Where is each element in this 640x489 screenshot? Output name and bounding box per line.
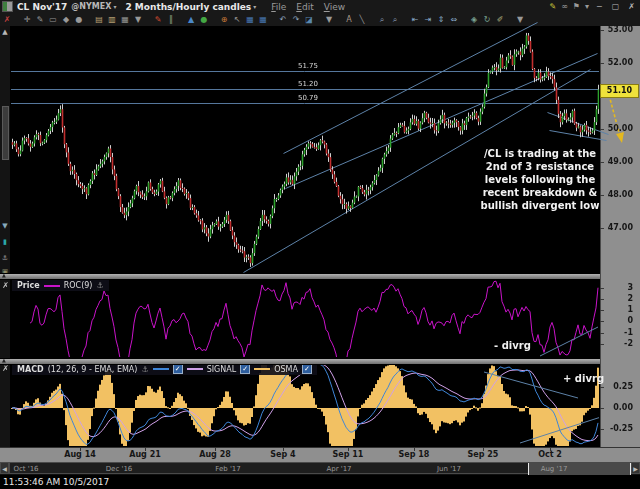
date-label: Sep 25 xyxy=(459,450,507,459)
price-axis-tick xyxy=(600,63,604,64)
roc-axis-tick xyxy=(600,310,604,311)
roc-axis-label: 2 xyxy=(601,294,633,303)
price-axis-label: 47.00 xyxy=(601,223,633,232)
date-label: Aug 21 xyxy=(121,450,169,459)
date-tick xyxy=(283,448,284,451)
macd-axis-tick xyxy=(600,429,604,430)
date-tick xyxy=(215,448,216,451)
level-label: 50.79 xyxy=(270,94,318,102)
range-scrollbar-row: ◀ Oct '16Dec '16Feb '17Apr '17Jun '17Aug… xyxy=(0,462,640,475)
roc-axis-label: 1 xyxy=(601,305,633,314)
signal-line-sample xyxy=(187,368,203,370)
price-axis-tick xyxy=(600,30,604,31)
roc-axis-label: -1 xyxy=(601,328,633,337)
macd-params-label: (12, 26, 9 - EMA, EMA) xyxy=(48,365,138,374)
roc-line-sample xyxy=(44,285,60,287)
macd-axis-tick xyxy=(600,387,604,388)
roc-axis-tick xyxy=(600,299,604,300)
chart-annotation: /CL is trading at the2nd of 3 resistance… xyxy=(477,147,603,212)
macd-anchor-icon[interactable]: ⚓ xyxy=(141,365,148,374)
price-axis-label: 50.00 xyxy=(601,124,633,133)
date-label: Sep 18 xyxy=(390,450,438,459)
roc-close-button[interactable]: ✗ xyxy=(1,281,10,290)
date-label: Sep 11 xyxy=(324,450,372,459)
annotation-line: /CL is trading at the xyxy=(477,147,603,160)
status-timestamp: 11:53:46 AM 10/5/2017 xyxy=(3,477,109,487)
price-axis-label: 53.00 xyxy=(601,25,633,34)
roc-panel-header: Price ROC(9) ⚓ xyxy=(12,280,109,291)
roc-axis-label: -2 xyxy=(601,339,633,348)
roc-anchor-icon[interactable]: ⚓ xyxy=(97,281,104,290)
roc-axis-label: 3 xyxy=(601,283,633,292)
macd-axis-label: 0.00 xyxy=(601,403,633,412)
osma-checkbox[interactable]: ✓ xyxy=(302,364,312,374)
price-axis-label: 49.00 xyxy=(601,157,633,166)
date-label: Oct 2 xyxy=(526,450,574,459)
price-axis-tick xyxy=(600,228,604,229)
macd-axis-tick xyxy=(600,408,604,409)
macd-title-label[interactable]: MACD xyxy=(17,365,44,374)
date-label: Sep 4 xyxy=(259,450,307,459)
date-label: Aug 28 xyxy=(191,450,239,459)
panel-divider[interactable] xyxy=(0,273,600,280)
roc-axis-tick xyxy=(600,333,604,334)
annotation-line: bullish divergent low xyxy=(477,199,603,212)
osma-label: OSMA xyxy=(274,365,298,374)
signal-checkbox[interactable]: ✓ xyxy=(240,364,250,374)
macd-line-checkbox[interactable]: ✓ xyxy=(173,364,183,374)
date-axis[interactable]: Aug 14Aug 21Aug 28Sep 4Sep 11Sep 18Sep 2… xyxy=(0,447,640,462)
roc-source-label: Price xyxy=(17,281,40,290)
roc-axis-tick xyxy=(600,344,604,345)
divider-arrow-icon[interactable]: ▲ xyxy=(2,358,6,363)
date-tick xyxy=(145,448,146,451)
slider-label: Apr '17 xyxy=(319,465,359,473)
annotation-line: recent breakdown & xyxy=(477,186,603,199)
slider-label: Jun '17 xyxy=(429,465,469,473)
date-tick xyxy=(483,448,484,451)
panel-divider[interactable] xyxy=(0,358,600,365)
roc-divergence-label: - divrg xyxy=(494,340,531,351)
level-label: 51.75 xyxy=(270,62,318,70)
slider-label: Oct '16 xyxy=(6,465,46,473)
roc-axis-label: 0 xyxy=(601,316,633,325)
date-label: Aug 14 xyxy=(56,450,104,459)
annotation-line: 2nd of 3 resistance xyxy=(477,160,603,173)
signal-label: SIGNAL xyxy=(207,365,237,374)
slider-label: Dec '16 xyxy=(99,465,139,473)
slider-label: Feb '17 xyxy=(208,465,248,473)
slider-label: Aug '17 xyxy=(534,465,574,473)
date-tick xyxy=(80,448,81,451)
price-axis-label: 52.00 xyxy=(601,58,633,67)
macd-line-sample xyxy=(153,368,169,370)
scroll-right-button[interactable]: ▶ xyxy=(631,462,640,474)
macd-close-button[interactable]: ✗ xyxy=(1,364,10,373)
annotation-line: levels following the xyxy=(477,173,603,186)
range-scrollbar-track[interactable]: Oct '16Dec '16Feb '17Apr '17Jun '17Aug '… xyxy=(9,462,631,474)
roc-indicator-label[interactable]: ROC(9) xyxy=(64,281,93,290)
price-axis-tick xyxy=(600,162,604,163)
macd-divergence-label: + divrg xyxy=(563,373,604,384)
osma-line-sample xyxy=(254,368,270,370)
chart-window: CL Nov'17 @NYMEX ▾ 2 Months/Hourly candl… xyxy=(0,0,640,489)
roc-axis-tick xyxy=(600,288,604,289)
date-tick xyxy=(550,448,551,451)
divider-arrow-icon[interactable]: ▲ xyxy=(2,273,6,278)
macd-axis-label: -0.25 xyxy=(601,424,633,433)
chart-overlay: 51.10 /CL is trading at the2nd of 3 resi… xyxy=(0,0,640,489)
price-axis-tick xyxy=(600,129,604,130)
status-bar: 11:53:46 AM 10/5/2017 xyxy=(0,475,640,489)
level-label: 51.20 xyxy=(270,80,318,88)
last-price-badge: 51.10 xyxy=(600,84,639,98)
date-tick xyxy=(348,448,349,451)
roc-axis-tick xyxy=(600,321,604,322)
price-axis-tick xyxy=(600,195,604,196)
price-axis-label: 48.00 xyxy=(601,190,633,199)
macd-axis-label: 0.25 xyxy=(601,382,633,391)
date-tick xyxy=(414,448,415,451)
